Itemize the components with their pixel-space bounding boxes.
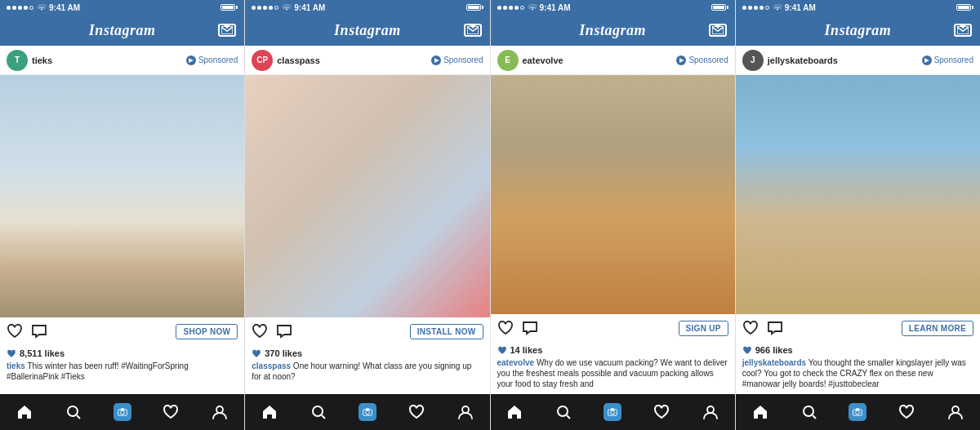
svg-rect-19 [611,409,614,410]
svg-line-16 [567,415,570,419]
likes-number: 370 likes [265,348,302,358]
likes-count: 14 likes [497,345,728,355]
battery-icon [711,4,728,11]
action-icons [497,320,538,336]
svg-point-18 [611,410,615,414]
phone-eatevolve: 9:41 AM Instagram [491,0,736,430]
svg-line-9 [322,415,325,419]
app-title: Instagram [825,22,892,39]
like-button[interactable] [7,323,23,339]
account-row: CP classpass ▶ Sponsored [245,46,489,75]
comment-button[interactable] [522,320,538,336]
nav-profile[interactable] [457,403,474,421]
svg-point-13 [462,406,469,413]
nav-profile[interactable] [702,403,719,421]
sponsored-icon: ▶ [186,55,196,65]
cta-button[interactable]: INSTALL NOW [410,324,483,339]
nav-camera[interactable] [359,403,376,421]
account-name[interactable]: eatevolve [523,55,564,65]
bottom-nav [245,394,489,430]
wifi-icon [773,4,782,11]
svg-point-1 [68,406,78,416]
nav-camera[interactable] [114,403,131,421]
nav-camera[interactable] [604,403,621,421]
nav-camera[interactable] [849,403,866,421]
nav-heart[interactable] [162,403,180,421]
battery-icon [466,4,483,11]
likes-number: 8,511 likes [20,348,65,358]
status-time: 9:41 AM [49,3,80,12]
avatar[interactable]: T [7,50,28,71]
cta-button[interactable]: SHOP NOW [176,324,238,339]
caption-username[interactable]: tieks [7,361,25,370]
wifi-icon [37,4,47,11]
avatar[interactable]: J [742,50,764,71]
status-time: 9:41 AM [540,3,571,12]
svg-rect-12 [366,409,369,410]
app-title: Instagram [334,22,401,39]
bottom-nav [0,394,244,430]
svg-line-23 [813,415,816,419]
inbox-icon[interactable] [954,24,972,37]
action-icons [252,323,292,339]
avatar[interactable]: E [497,50,519,71]
sponsored-tag: ▶ Sponsored [676,55,728,65]
svg-point-27 [952,406,959,413]
likes-count: 966 likes [742,345,973,355]
comment-button[interactable] [276,323,292,339]
bottom-nav [491,394,735,430]
nav-home[interactable] [261,403,278,421]
nav-heart[interactable] [898,403,915,421]
caption-body: This winter has been ruff! #WaitingForSp… [7,361,189,381]
nav-profile[interactable] [211,403,229,421]
inbox-icon[interactable] [709,24,727,37]
instagram-header: Instagram [0,15,244,46]
sponsored-text: Sponsored [688,55,728,64]
inbox-icon[interactable] [464,24,482,37]
comment-button[interactable] [767,320,783,336]
sponsored-tag: ▶ Sponsored [922,55,973,65]
nav-home[interactable] [506,403,523,421]
sponsored-icon: ▶ [431,55,441,65]
inbox-icon[interactable] [218,24,236,37]
nav-search[interactable] [800,403,818,421]
caption-username[interactable]: jellyskateboards [742,358,806,367]
status-left: 9:41 AM [7,3,80,12]
nav-search[interactable] [555,403,572,421]
nav-search[interactable] [310,403,327,421]
caption-area: 8,511 likes tieks This winter has been r… [0,345,244,394]
nav-search[interactable] [65,403,82,421]
like-button[interactable] [497,320,514,336]
caption-username[interactable]: classpass [252,361,291,370]
nav-heart[interactable] [408,403,425,421]
account-name[interactable]: tieks [32,55,52,65]
like-button[interactable] [742,320,759,336]
status-left: 9:41 AM [742,3,816,12]
sponsored-tag: ▶ Sponsored [431,55,483,65]
svg-line-2 [77,415,80,419]
nav-heart[interactable] [653,403,670,421]
account-name[interactable]: jellyskateboards [768,55,838,65]
status-bar: 9:41 AM [491,0,735,15]
nav-home[interactable] [16,403,33,421]
cta-button[interactable]: SIGN UP [679,321,728,336]
caption-username[interactable]: eatevolve [497,358,535,367]
like-button[interactable] [252,323,268,339]
comment-button[interactable] [31,323,47,339]
signal-dots [7,3,34,11]
caption-text: jellyskateboards You thought the smaller… [742,357,973,389]
signal-dots [497,3,525,11]
avatar[interactable]: CP [252,50,273,71]
account-row: E eatevolve ▶ Sponsored [491,46,735,75]
svg-rect-14 [712,26,724,34]
caption-area: 14 likes eatevolve Why do we use vacuum … [491,342,735,394]
nav-home[interactable] [751,403,769,421]
cta-button[interactable]: LEARN MORE [902,321,973,336]
svg-rect-7 [467,26,479,34]
nav-profile[interactable] [947,403,964,421]
post-image [736,75,980,314]
status-left: 9:41 AM [497,3,571,12]
account-name[interactable]: classpass [277,55,320,65]
actions-row: LEARN MORE [736,314,980,342]
signal-dots [742,3,770,11]
